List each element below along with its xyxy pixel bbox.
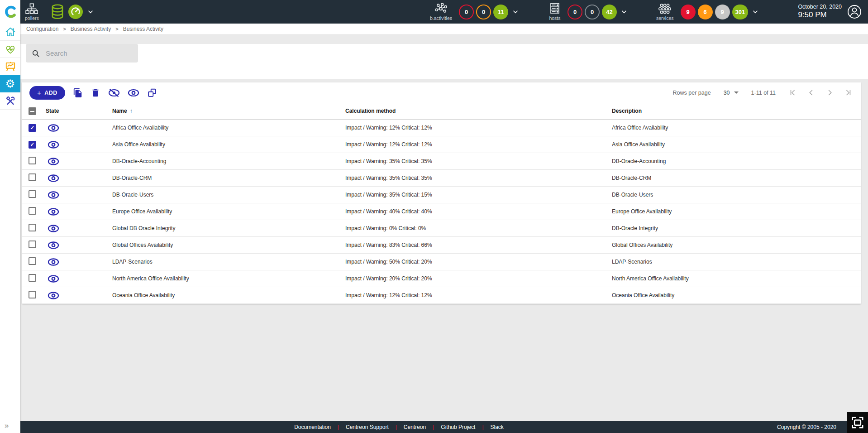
- status-badge[interactable]: 0: [568, 5, 582, 19]
- table-row[interactable]: Africa Office Availability Impact / Warn…: [22, 120, 861, 136]
- status-badge[interactable]: 9: [681, 5, 696, 19]
- state-eye-icon[interactable]: [48, 291, 112, 300]
- footer-link[interactable]: Documentation: [294, 424, 331, 430]
- hosts-cluster[interactable]: hosts 0042: [549, 0, 628, 24]
- sidebar-expand-button[interactable]: »: [5, 421, 9, 430]
- row-checkbox[interactable]: [29, 207, 36, 215]
- state-eye-icon[interactable]: [48, 258, 112, 266]
- footer-link[interactable]: Slack: [491, 424, 504, 430]
- row-name: LDAP-Scenarios: [112, 259, 345, 265]
- eye-icon[interactable]: [128, 88, 139, 98]
- copy-icon[interactable]: [73, 88, 83, 98]
- sidebar-item-reporting[interactable]: [0, 58, 20, 75]
- search-icon: [31, 49, 40, 58]
- user-menu-button[interactable]: [847, 5, 862, 19]
- row-name: DB-Oracle-CRM: [112, 175, 345, 181]
- row-description: DB-Oracle Integrity: [612, 225, 861, 231]
- state-eye-icon[interactable]: [48, 174, 112, 183]
- previous-page-icon[interactable]: [807, 88, 816, 97]
- fullscreen-button[interactable]: [847, 412, 868, 433]
- table-row[interactable]: Europe Office Availability Impact / Warn…: [22, 203, 861, 220]
- table-row[interactable]: Oceania Office Availability Impact / War…: [22, 287, 861, 304]
- centreon-logo[interactable]: [0, 0, 20, 24]
- row-checkbox[interactable]: [29, 274, 36, 282]
- row-name: Europe Office Availability: [112, 208, 345, 215]
- pagination-bar: Rows per page 30 1-11 of 11: [673, 88, 853, 97]
- table-header: State Name↑ Calculation method Descripti…: [22, 103, 861, 120]
- table-row[interactable]: DB-Oracle-CRM Impact / Warning: 35% Crit…: [22, 170, 861, 187]
- select-all-checkbox[interactable]: [29, 107, 36, 115]
- row-checkbox[interactable]: [29, 291, 36, 298]
- row-description: Africa Office Availability: [612, 125, 861, 131]
- row-checkbox[interactable]: [29, 157, 36, 164]
- sidebar-item-monitoring[interactable]: [0, 41, 20, 58]
- database-icon[interactable]: [50, 4, 65, 19]
- breadcrumb-item[interactable]: Business Activity: [123, 26, 163, 32]
- status-badge[interactable]: 11: [493, 5, 508, 19]
- chevron-down-icon[interactable]: [620, 8, 628, 16]
- breadcrumb-item[interactable]: Business Activity: [71, 26, 111, 32]
- state-eye-icon[interactable]: [48, 274, 112, 283]
- trash-icon[interactable]: [91, 88, 100, 98]
- row-checkbox[interactable]: [29, 224, 36, 231]
- state-eye-icon[interactable]: [48, 124, 112, 132]
- state-eye-icon[interactable]: [48, 241, 112, 250]
- status-badge[interactable]: 0: [459, 5, 474, 19]
- state-eye-icon[interactable]: [48, 191, 112, 199]
- table-row[interactable]: Global DB Oracle Integrity Impact / Warn…: [22, 220, 861, 237]
- row-name: Global Offices Availability: [112, 242, 345, 248]
- sidebar-item-configuration[interactable]: ⚙: [0, 75, 20, 92]
- footer-links: Documentation|Centreon Support|Centreon|…: [294, 424, 504, 430]
- table-row[interactable]: DB-Oracle-Users Impact / Warning: 35% Cr…: [22, 187, 861, 203]
- row-checkbox[interactable]: [29, 190, 36, 198]
- chevron-down-icon[interactable]: [751, 8, 759, 16]
- status-badge[interactable]: 0: [585, 5, 600, 19]
- footer-link[interactable]: Centreon: [404, 424, 426, 430]
- row-name: Global DB Oracle Integrity: [112, 225, 345, 231]
- duplicate-layers-icon[interactable]: [147, 88, 157, 98]
- table-row[interactable]: Asia Office Availability Impact / Warnin…: [22, 136, 861, 153]
- first-page-icon[interactable]: [788, 88, 797, 97]
- eye-off-icon[interactable]: [108, 88, 120, 98]
- status-badge[interactable]: 301: [732, 5, 749, 19]
- status-badge[interactable]: 9: [715, 5, 730, 19]
- state-eye-icon[interactable]: [48, 224, 112, 233]
- status-badge[interactable]: 42: [602, 5, 617, 19]
- chevron-down-icon[interactable]: [511, 8, 520, 16]
- row-checkbox[interactable]: [29, 124, 36, 132]
- search-box[interactable]: [26, 44, 138, 63]
- last-page-icon[interactable]: [844, 88, 853, 97]
- table-row[interactable]: Global Offices Availability Impact / War…: [22, 237, 861, 254]
- footer-link[interactable]: Centreon Support: [346, 424, 389, 430]
- status-badge[interactable]: 6: [698, 5, 713, 19]
- row-checkbox[interactable]: [29, 141, 36, 149]
- search-input[interactable]: [46, 49, 123, 57]
- state-eye-icon[interactable]: [48, 140, 112, 149]
- column-header-name[interactable]: Name↑: [112, 108, 345, 114]
- pollers-cluster[interactable]: pollers: [25, 0, 95, 24]
- row-calculation-method: Impact / Warning: 50% Critical: 20%: [345, 259, 612, 265]
- breadcrumb-separator: >: [115, 26, 118, 32]
- table-row[interactable]: DB-Oracle-Accounting Impact / Warning: 3…: [22, 153, 861, 170]
- sidebar-item-administration[interactable]: [0, 92, 20, 110]
- rows-per-page-select[interactable]: 30: [724, 90, 739, 96]
- sidebar-item-home[interactable]: [0, 24, 20, 41]
- state-eye-icon[interactable]: [48, 157, 112, 166]
- next-page-icon[interactable]: [825, 88, 834, 97]
- state-eye-icon[interactable]: [48, 207, 112, 216]
- footer-link-separator: |: [396, 424, 397, 430]
- row-checkbox[interactable]: [29, 241, 36, 248]
- breadcrumb-item[interactable]: Configuration: [26, 26, 58, 32]
- services-cluster[interactable]: services 969301: [656, 0, 759, 24]
- footer-link[interactable]: Github Project: [441, 424, 475, 430]
- gauge-icon[interactable]: [68, 4, 83, 19]
- table-row[interactable]: North America Office Availability Impact…: [22, 270, 861, 287]
- business-activities-cluster[interactable]: b.activities 0011: [430, 0, 520, 24]
- add-button[interactable]: + ADD: [29, 86, 65, 100]
- row-checkbox[interactable]: [29, 257, 36, 265]
- chevron-down-icon[interactable]: [86, 8, 95, 16]
- table-row[interactable]: LDAP-Scenarios Impact / Warning: 50% Cri…: [22, 254, 861, 270]
- row-checkbox[interactable]: [29, 173, 36, 181]
- row-calculation-method: Impact / Warning: 20% Critical: 20%: [345, 275, 612, 282]
- status-badge[interactable]: 0: [476, 5, 491, 19]
